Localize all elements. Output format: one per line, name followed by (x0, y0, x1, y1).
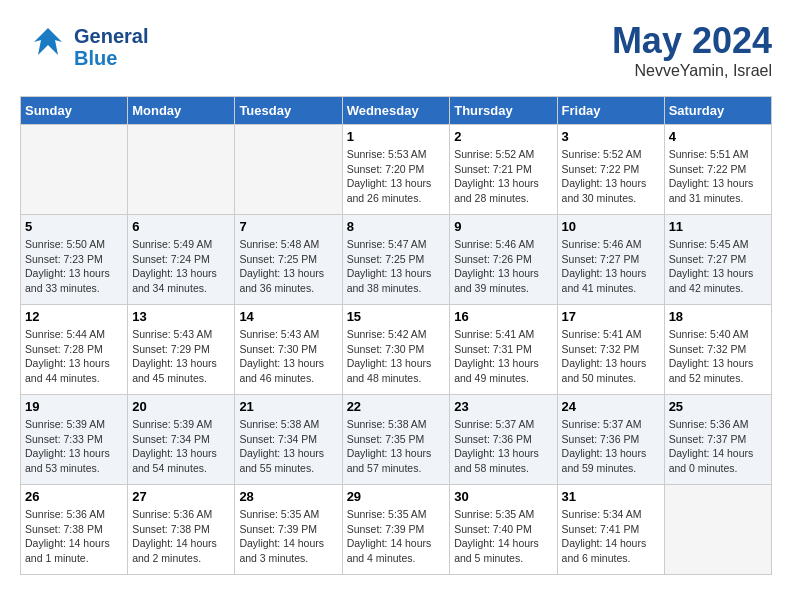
weekday-header-friday: Friday (557, 97, 664, 125)
day-info: Sunrise: 5:46 AMSunset: 7:26 PMDaylight:… (454, 237, 552, 296)
day-number: 25 (669, 399, 767, 414)
calendar-cell: 10Sunrise: 5:46 AMSunset: 7:27 PMDayligh… (557, 215, 664, 305)
calendar-cell: 18Sunrise: 5:40 AMSunset: 7:32 PMDayligh… (664, 305, 771, 395)
calendar-cell: 7Sunrise: 5:48 AMSunset: 7:25 PMDaylight… (235, 215, 342, 305)
calendar-cell: 4Sunrise: 5:51 AMSunset: 7:22 PMDaylight… (664, 125, 771, 215)
day-number: 26 (25, 489, 123, 504)
day-number: 22 (347, 399, 446, 414)
weekday-header-saturday: Saturday (664, 97, 771, 125)
weekday-header-tuesday: Tuesday (235, 97, 342, 125)
calendar-cell: 24Sunrise: 5:37 AMSunset: 7:36 PMDayligh… (557, 395, 664, 485)
calendar-cell: 11Sunrise: 5:45 AMSunset: 7:27 PMDayligh… (664, 215, 771, 305)
calendar-cell (235, 125, 342, 215)
calendar-cell: 17Sunrise: 5:41 AMSunset: 7:32 PMDayligh… (557, 305, 664, 395)
day-number: 30 (454, 489, 552, 504)
calendar-cell: 12Sunrise: 5:44 AMSunset: 7:28 PMDayligh… (21, 305, 128, 395)
day-number: 16 (454, 309, 552, 324)
day-info: Sunrise: 5:47 AMSunset: 7:25 PMDaylight:… (347, 237, 446, 296)
page-header: General Blue May 2024 NevveYamin, Israel (20, 20, 772, 80)
svg-marker-0 (34, 28, 62, 55)
day-number: 9 (454, 219, 552, 234)
day-number: 5 (25, 219, 123, 234)
logo-blue: Blue (74, 47, 148, 69)
day-info: Sunrise: 5:35 AMSunset: 7:39 PMDaylight:… (347, 507, 446, 566)
title-block: May 2024 NevveYamin, Israel (612, 20, 772, 80)
calendar-cell: 22Sunrise: 5:38 AMSunset: 7:35 PMDayligh… (342, 395, 450, 485)
day-info: Sunrise: 5:49 AMSunset: 7:24 PMDaylight:… (132, 237, 230, 296)
day-number: 1 (347, 129, 446, 144)
day-info: Sunrise: 5:39 AMSunset: 7:33 PMDaylight:… (25, 417, 123, 476)
calendar-cell: 29Sunrise: 5:35 AMSunset: 7:39 PMDayligh… (342, 485, 450, 575)
day-info: Sunrise: 5:51 AMSunset: 7:22 PMDaylight:… (669, 147, 767, 206)
day-number: 12 (25, 309, 123, 324)
calendar-cell: 3Sunrise: 5:52 AMSunset: 7:22 PMDaylight… (557, 125, 664, 215)
weekday-header-thursday: Thursday (450, 97, 557, 125)
weekday-header-sunday: Sunday (21, 97, 128, 125)
calendar-cell: 19Sunrise: 5:39 AMSunset: 7:33 PMDayligh… (21, 395, 128, 485)
location-title: NevveYamin, Israel (612, 62, 772, 80)
day-info: Sunrise: 5:34 AMSunset: 7:41 PMDaylight:… (562, 507, 660, 566)
calendar-cell: 14Sunrise: 5:43 AMSunset: 7:30 PMDayligh… (235, 305, 342, 395)
calendar-cell: 2Sunrise: 5:52 AMSunset: 7:21 PMDaylight… (450, 125, 557, 215)
day-info: Sunrise: 5:35 AMSunset: 7:39 PMDaylight:… (239, 507, 337, 566)
day-number: 23 (454, 399, 552, 414)
calendar-cell: 9Sunrise: 5:46 AMSunset: 7:26 PMDaylight… (450, 215, 557, 305)
day-number: 18 (669, 309, 767, 324)
calendar-cell: 8Sunrise: 5:47 AMSunset: 7:25 PMDaylight… (342, 215, 450, 305)
day-number: 11 (669, 219, 767, 234)
month-title: May 2024 (612, 20, 772, 62)
logo-general: General (74, 25, 148, 47)
day-number: 19 (25, 399, 123, 414)
calendar-cell: 1Sunrise: 5:53 AMSunset: 7:20 PMDaylight… (342, 125, 450, 215)
calendar-cell: 13Sunrise: 5:43 AMSunset: 7:29 PMDayligh… (128, 305, 235, 395)
day-number: 20 (132, 399, 230, 414)
day-number: 6 (132, 219, 230, 234)
day-info: Sunrise: 5:41 AMSunset: 7:32 PMDaylight:… (562, 327, 660, 386)
calendar-cell: 6Sunrise: 5:49 AMSunset: 7:24 PMDaylight… (128, 215, 235, 305)
calendar-week-row: 26Sunrise: 5:36 AMSunset: 7:38 PMDayligh… (21, 485, 772, 575)
day-info: Sunrise: 5:37 AMSunset: 7:36 PMDaylight:… (562, 417, 660, 476)
day-info: Sunrise: 5:42 AMSunset: 7:30 PMDaylight:… (347, 327, 446, 386)
calendar-cell: 30Sunrise: 5:35 AMSunset: 7:40 PMDayligh… (450, 485, 557, 575)
calendar-cell: 31Sunrise: 5:34 AMSunset: 7:41 PMDayligh… (557, 485, 664, 575)
day-info: Sunrise: 5:43 AMSunset: 7:29 PMDaylight:… (132, 327, 230, 386)
calendar-cell: 20Sunrise: 5:39 AMSunset: 7:34 PMDayligh… (128, 395, 235, 485)
logo: General Blue (20, 20, 148, 74)
day-number: 3 (562, 129, 660, 144)
calendar-cell: 23Sunrise: 5:37 AMSunset: 7:36 PMDayligh… (450, 395, 557, 485)
day-info: Sunrise: 5:44 AMSunset: 7:28 PMDaylight:… (25, 327, 123, 386)
day-number: 28 (239, 489, 337, 504)
day-info: Sunrise: 5:36 AMSunset: 7:38 PMDaylight:… (132, 507, 230, 566)
calendar-cell (128, 125, 235, 215)
calendar-week-row: 19Sunrise: 5:39 AMSunset: 7:33 PMDayligh… (21, 395, 772, 485)
day-number: 10 (562, 219, 660, 234)
calendar-table: SundayMondayTuesdayWednesdayThursdayFrid… (20, 96, 772, 575)
calendar-cell: 5Sunrise: 5:50 AMSunset: 7:23 PMDaylight… (21, 215, 128, 305)
day-info: Sunrise: 5:48 AMSunset: 7:25 PMDaylight:… (239, 237, 337, 296)
day-info: Sunrise: 5:38 AMSunset: 7:35 PMDaylight:… (347, 417, 446, 476)
weekday-header-wednesday: Wednesday (342, 97, 450, 125)
calendar-cell: 25Sunrise: 5:36 AMSunset: 7:37 PMDayligh… (664, 395, 771, 485)
day-info: Sunrise: 5:50 AMSunset: 7:23 PMDaylight:… (25, 237, 123, 296)
day-number: 21 (239, 399, 337, 414)
day-info: Sunrise: 5:41 AMSunset: 7:31 PMDaylight:… (454, 327, 552, 386)
day-info: Sunrise: 5:53 AMSunset: 7:20 PMDaylight:… (347, 147, 446, 206)
calendar-cell: 27Sunrise: 5:36 AMSunset: 7:38 PMDayligh… (128, 485, 235, 575)
day-number: 27 (132, 489, 230, 504)
day-number: 24 (562, 399, 660, 414)
day-number: 7 (239, 219, 337, 234)
calendar-week-row: 5Sunrise: 5:50 AMSunset: 7:23 PMDaylight… (21, 215, 772, 305)
day-info: Sunrise: 5:38 AMSunset: 7:34 PMDaylight:… (239, 417, 337, 476)
calendar-week-row: 12Sunrise: 5:44 AMSunset: 7:28 PMDayligh… (21, 305, 772, 395)
day-number: 4 (669, 129, 767, 144)
day-info: Sunrise: 5:36 AMSunset: 7:38 PMDaylight:… (25, 507, 123, 566)
day-info: Sunrise: 5:40 AMSunset: 7:32 PMDaylight:… (669, 327, 767, 386)
calendar-cell: 16Sunrise: 5:41 AMSunset: 7:31 PMDayligh… (450, 305, 557, 395)
day-number: 29 (347, 489, 446, 504)
day-info: Sunrise: 5:36 AMSunset: 7:37 PMDaylight:… (669, 417, 767, 476)
day-info: Sunrise: 5:52 AMSunset: 7:21 PMDaylight:… (454, 147, 552, 206)
day-info: Sunrise: 5:46 AMSunset: 7:27 PMDaylight:… (562, 237, 660, 296)
day-number: 13 (132, 309, 230, 324)
day-info: Sunrise: 5:43 AMSunset: 7:30 PMDaylight:… (239, 327, 337, 386)
day-number: 17 (562, 309, 660, 324)
